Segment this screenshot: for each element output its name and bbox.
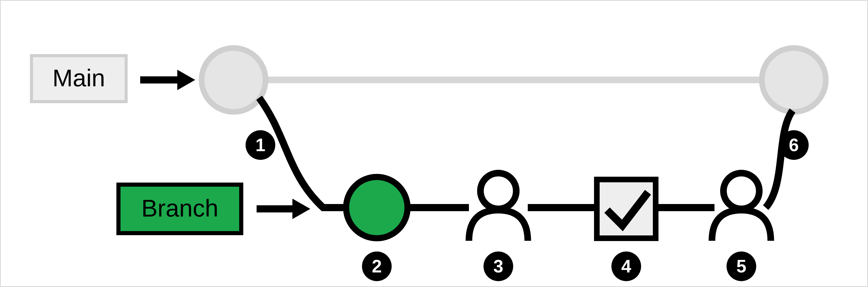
callout-5: 5 xyxy=(726,252,756,281)
svg-point-8 xyxy=(723,173,759,209)
main-commit-end xyxy=(762,48,826,112)
git-branch-diagram: Main Branch xyxy=(0,0,868,287)
branch-in-curve xyxy=(766,111,793,208)
svg-text:2: 2 xyxy=(372,256,382,276)
diagram-svg: Main Branch xyxy=(1,1,868,287)
callout-1: 1 xyxy=(246,130,275,160)
checkbox-icon xyxy=(597,180,656,238)
svg-text:3: 3 xyxy=(494,256,503,276)
svg-marker-5 xyxy=(292,199,310,219)
main-arrow xyxy=(140,70,195,90)
callout-3: 3 xyxy=(484,252,513,281)
person-icon-2 xyxy=(712,173,771,241)
svg-text:5: 5 xyxy=(737,256,746,276)
main-label-text: Main xyxy=(53,64,105,92)
svg-marker-2 xyxy=(177,70,195,90)
branch-arrow xyxy=(256,199,310,219)
callout-2: 2 xyxy=(362,252,392,281)
branch-commit xyxy=(346,177,407,238)
callout-4: 4 xyxy=(612,252,641,281)
branch-label-box: Branch xyxy=(119,185,241,233)
svg-text:6: 6 xyxy=(789,135,799,155)
svg-point-6 xyxy=(480,173,516,209)
svg-text:1: 1 xyxy=(255,135,266,155)
person-icon-1 xyxy=(469,173,528,241)
svg-text:4: 4 xyxy=(621,256,631,276)
branch-label-text: Branch xyxy=(141,194,218,222)
svg-rect-7 xyxy=(597,180,656,238)
main-commit-start xyxy=(202,48,266,112)
main-label-box: Main xyxy=(31,56,126,102)
branch-out-curve xyxy=(259,98,356,208)
callout-6: 6 xyxy=(779,130,809,160)
